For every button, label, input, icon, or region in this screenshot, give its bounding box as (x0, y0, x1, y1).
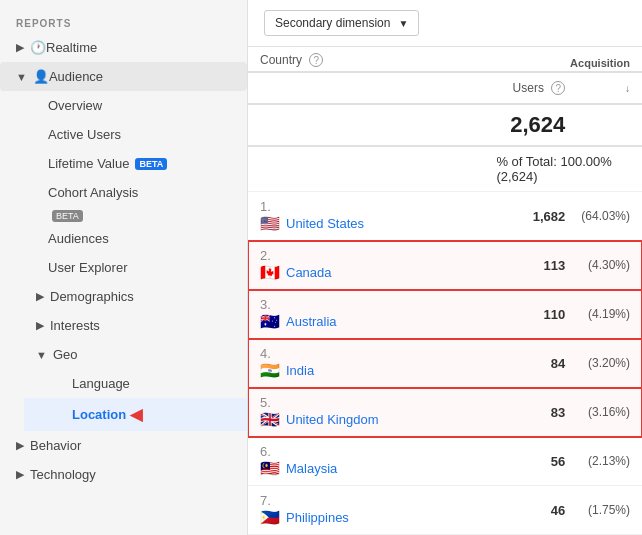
col-header-acquisition: Acquisition (484, 47, 642, 72)
country-name: Australia (286, 314, 337, 329)
country-name: Philippines (286, 510, 349, 525)
sidebar-item-language[interactable]: Language (24, 369, 247, 398)
total-value: 2,624 (484, 104, 577, 146)
country-flag-icon: 🇨🇦 (260, 263, 280, 282)
location-label: Location (72, 407, 126, 422)
users-cell: 1,682 (484, 192, 577, 241)
table-row: 6. 🇲🇾 Malaysia 56(2.13%) (248, 437, 642, 486)
country-flag-icon: 🇵🇭 (260, 508, 280, 527)
col-subheader-empty (248, 72, 484, 104)
country-link[interactable]: 🇲🇾 Malaysia (260, 459, 472, 478)
sidebar-item-behavior[interactable]: ▶ Behavior (0, 431, 247, 460)
country-flag-icon: 🇺🇸 (260, 214, 280, 233)
row-num: 2. (260, 248, 278, 263)
secondary-dimension-button[interactable]: Secondary dimension ▼ (264, 10, 419, 36)
country-link[interactable]: 🇵🇭 Philippines (260, 508, 472, 527)
row-num: 6. (260, 444, 278, 459)
country-link[interactable]: 🇨🇦 Canada (260, 263, 472, 282)
pct-cell: (4.30%) (577, 241, 642, 290)
table-row: 1. 🇺🇸 United States 1,682(64.03%) (248, 192, 642, 241)
sidebar-item-overview[interactable]: Overview (12, 91, 247, 120)
geo-sub: Language Location ◀ (12, 369, 247, 431)
audience-arrow: ▼ (16, 71, 27, 83)
sidebar-item-cohort-analysis[interactable]: Cohort Analysis (12, 178, 247, 207)
sidebar-item-geo[interactable]: ▼ Geo (12, 340, 247, 369)
users-col-label: Users (513, 81, 544, 95)
total-pct-label-cell (248, 146, 484, 192)
audience-sub: Overview Active Users Lifetime Value BET… (0, 91, 247, 431)
col-header-country: Country ? (248, 47, 484, 72)
secondary-dim-label: Secondary dimension (275, 16, 390, 30)
users-cell: 83 (484, 388, 577, 437)
sidebar-item-location[interactable]: Location ◀ (24, 398, 247, 431)
total-row: 2,624 (248, 104, 642, 146)
country-name: Malaysia (286, 461, 337, 476)
country-name: Canada (286, 265, 332, 280)
table-row: 5. 🇬🇧 United Kingdom 83(3.16%) (248, 388, 642, 437)
technology-arrow: ▶ (16, 468, 24, 481)
country-link[interactable]: 🇮🇳 India (260, 361, 472, 380)
sidebar-item-demographics[interactable]: ▶ Demographics (12, 282, 247, 311)
pct-cell: (3.16%) (577, 388, 642, 437)
country-name: United States (286, 216, 364, 231)
sidebar: REPORTS ▶ 🕐 Realtime ▼ 👤 Audience Overvi… (0, 0, 248, 535)
country-name: India (286, 363, 314, 378)
sidebar-item-interests[interactable]: ▶ Interests (12, 311, 247, 340)
total-label-cell (248, 104, 484, 146)
table-row: 4. 🇮🇳 India 84(3.20%) (248, 339, 642, 388)
country-flag-icon: 🇬🇧 (260, 410, 280, 429)
active-users-label: Active Users (48, 127, 121, 142)
sidebar-item-user-explorer[interactable]: User Explorer (12, 253, 247, 282)
main-content: Secondary dimension ▼ Country ? Acquisit… (248, 0, 642, 535)
behavior-label: Behavior (30, 438, 81, 453)
secondary-dim-chevron-icon: ▼ (398, 18, 408, 29)
country-link[interactable]: 🇬🇧 United Kingdom (260, 410, 472, 429)
sidebar-item-audiences[interactable]: Audiences (12, 224, 247, 253)
realtime-label: Realtime (46, 40, 97, 55)
lifetime-value-badge: BETA (135, 158, 167, 170)
demographics-label: Demographics (50, 289, 134, 304)
technology-label: Technology (30, 467, 96, 482)
country-col-label: Country (260, 53, 302, 67)
users-help-icon[interactable]: ? (551, 81, 565, 95)
row-num: 4. (260, 346, 278, 361)
audience-icon: 👤 (33, 69, 49, 84)
users-cell: 46 (484, 486, 577, 535)
main-toolbar: Secondary dimension ▼ (248, 0, 642, 47)
country-flag-icon: 🇮🇳 (260, 361, 280, 380)
col-subheader-sort[interactable]: ↓ (577, 72, 642, 104)
audiences-label: Audiences (48, 231, 109, 246)
geo-label: Geo (53, 347, 78, 362)
country-link[interactable]: 🇺🇸 United States (260, 214, 472, 233)
sidebar-item-lifetime-value[interactable]: Lifetime Value BETA (12, 149, 247, 178)
country-help-icon[interactable]: ? (309, 53, 323, 67)
pct-cell: (2.13%) (577, 437, 642, 486)
table-row: 3. 🇦🇺 Australia 110(4.19%) (248, 290, 642, 339)
sidebar-item-technology[interactable]: ▶ Technology (0, 460, 247, 489)
row-num: 5. (260, 395, 278, 410)
country-cell: 1. 🇺🇸 United States (248, 192, 484, 241)
lifetime-value-label: Lifetime Value (48, 156, 129, 171)
country-cell: 5. 🇬🇧 United Kingdom (248, 388, 484, 437)
row-num: 1. (260, 199, 278, 214)
language-label: Language (72, 376, 130, 391)
country-flag-icon: 🇦🇺 (260, 312, 280, 331)
overview-label: Overview (48, 98, 102, 113)
interests-label: Interests (50, 318, 100, 333)
country-cell: 7. 🇵🇭 Philippines (248, 486, 484, 535)
realtime-icon: 🕐 (30, 40, 46, 55)
users-cell: 110 (484, 290, 577, 339)
country-name: United Kingdom (286, 412, 379, 427)
cohort-analysis-label: Cohort Analysis (48, 185, 138, 200)
data-table: Country ? Acquisition Users ? ↓ (248, 47, 642, 535)
behavior-arrow: ▶ (16, 439, 24, 452)
country-link[interactable]: 🇦🇺 Australia (260, 312, 472, 331)
total-pct-row: % of Total: 100.00% (2,624) (248, 146, 642, 192)
sidebar-item-audience[interactable]: ▼ 👤 Audience (0, 62, 247, 91)
users-cell: 84 (484, 339, 577, 388)
users-cell: 56 (484, 437, 577, 486)
country-cell: 3. 🇦🇺 Australia (248, 290, 484, 339)
interests-arrow: ▶ (36, 319, 44, 332)
sidebar-item-realtime[interactable]: ▶ 🕐 Realtime (0, 33, 247, 62)
sidebar-item-active-users[interactable]: Active Users (12, 120, 247, 149)
